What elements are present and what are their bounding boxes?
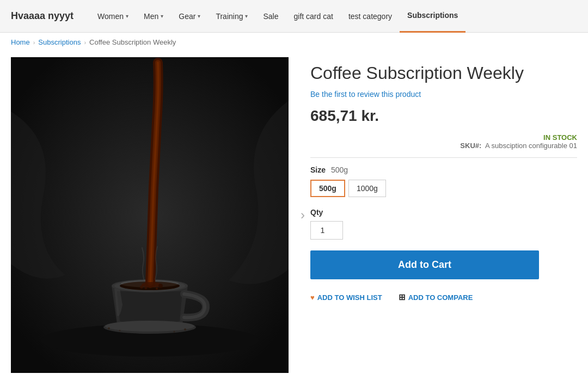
nav-menu: Women ▾Men ▾Gear ▾Training ▾Salegift car… (90, 0, 465, 33)
site-logo: Hvaaaa nyyyt (11, 10, 74, 22)
size-options: 500g1000g (310, 180, 577, 197)
svg-point-10 (158, 284, 163, 288)
divider (310, 157, 577, 158)
qty-label: Qty (310, 208, 577, 217)
compare-label: ADD TO COMPARE (408, 293, 473, 302)
svg-point-11 (156, 287, 158, 290)
chevron-down-icon: ▾ (198, 13, 200, 19)
breadcrumb-current: Coffee Subscription Weekly (89, 38, 176, 46)
nav-item-subscriptions[interactable]: Subscriptions (400, 0, 465, 33)
nav-item-men[interactable]: Men ▾ (136, 0, 171, 33)
breadcrumb: Home › Subscriptions › Coffee Subscripti… (0, 33, 588, 52)
breadcrumb-parent[interactable]: Subscriptions (38, 38, 81, 46)
product-image-svg (11, 57, 289, 373)
chevron-down-icon: ▾ (126, 13, 128, 19)
qty-section: Qty (310, 208, 577, 240)
nav-item-sale[interactable]: Sale (255, 0, 286, 33)
chevron-down-icon: ▾ (245, 13, 248, 19)
image-next-arrow[interactable]: › (301, 207, 305, 223)
size-label: Size (310, 166, 326, 174)
nav-item-gear[interactable]: Gear ▾ (171, 0, 208, 33)
breadcrumb-sep-1: › (33, 39, 35, 46)
svg-point-9 (140, 285, 143, 289)
product-page: › Coffee Subscription Weekly Be the firs… (0, 52, 588, 392)
sku-label: SKU#: (460, 142, 481, 150)
heart-icon (310, 293, 315, 302)
svg-point-13 (108, 327, 110, 329)
add-to-cart-button[interactable]: Add to Cart (310, 250, 539, 279)
stock-status: IN STOCK (310, 133, 577, 142)
product-image (11, 57, 289, 373)
svg-point-8 (142, 282, 161, 287)
selected-size-display: 500g (331, 166, 348, 174)
sku-value: A subsciption configurable 01 (485, 142, 577, 150)
wishlist-label: ADD TO WISH LIST (317, 293, 382, 302)
size-section: Size 500g 500g1000g (310, 166, 577, 197)
size-option-1000g[interactable]: 1000g (348, 180, 386, 197)
nav-item-training[interactable]: Training ▾ (208, 0, 255, 33)
nav-item-gift-card-cat[interactable]: gift card cat (286, 0, 341, 33)
review-link[interactable]: Be the first to review this product (310, 90, 577, 99)
size-option-500g[interactable]: 500g (310, 180, 345, 197)
add-to-wishlist-button[interactable]: ADD TO WISH LIST (310, 293, 382, 302)
svg-point-14 (119, 330, 121, 332)
svg-point-15 (184, 328, 186, 330)
navigation: Hvaaaa nyyyt Women ▾Men ▾Gear ▾Training … (0, 0, 588, 33)
qty-input[interactable] (310, 221, 343, 240)
product-price: 685,71 kr. (310, 107, 577, 125)
product-details: Coffee Subscription Weekly Be the first … (310, 57, 577, 373)
stock-sku-section: IN STOCK SKU#: A subsciption configurabl… (310, 133, 577, 150)
svg-point-16 (174, 331, 175, 333)
compare-icon (399, 292, 406, 302)
product-title: Coffee Subscription Weekly (310, 63, 577, 83)
sku-line: SKU#: A subsciption configurable 01 (310, 142, 577, 150)
size-label-row: Size 500g (310, 166, 577, 174)
svg-point-12 (145, 287, 148, 290)
breadcrumb-sep-2: › (84, 39, 86, 46)
nav-item-test-category[interactable]: test category (341, 0, 400, 33)
breadcrumb-home[interactable]: Home (11, 38, 30, 46)
nav-item-women[interactable]: Women ▾ (90, 0, 136, 33)
extra-actions: ADD TO WISH LIST ADD TO COMPARE (310, 292, 577, 302)
add-to-compare-button[interactable]: ADD TO COMPARE (399, 292, 473, 302)
svg-point-7 (105, 321, 194, 332)
product-image-wrap: › (11, 57, 289, 373)
chevron-down-icon: ▾ (161, 13, 163, 19)
